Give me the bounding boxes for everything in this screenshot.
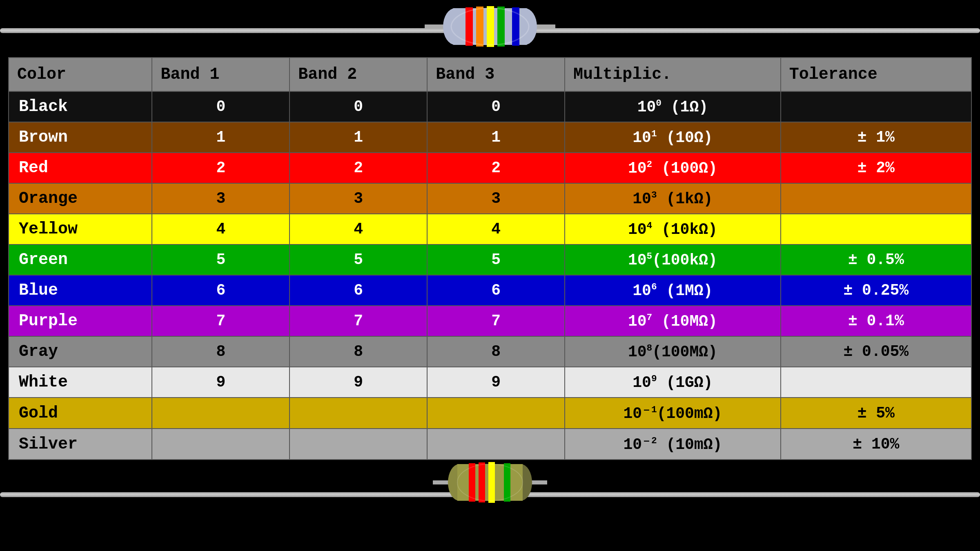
table-row: Blue666106 (1MΩ)± 0.25% (9, 275, 971, 306)
cell-4: 109 (1GΩ) (565, 367, 781, 398)
cell-4: 10⁻1(100mΩ) (565, 398, 781, 429)
cell-1: 2 (152, 153, 290, 183)
resistor-bottom (433, 456, 547, 509)
table-row: Orange333103 (1kΩ) (9, 183, 971, 214)
cell-2: 6 (290, 275, 427, 306)
cell-5: ± 5% (781, 398, 971, 429)
cell-1: 6 (152, 275, 290, 306)
cell-2 (290, 429, 427, 460)
table-row: Green555105(100kΩ)± 0.5% (9, 244, 971, 275)
cell-5 (781, 367, 971, 398)
svg-rect-8 (497, 7, 505, 47)
cell-5 (781, 183, 971, 214)
cell-2: 9 (290, 367, 427, 398)
cell-5: ± 0.25% (781, 275, 971, 306)
cell-2: 8 (290, 336, 427, 367)
cell-2: 0 (290, 91, 427, 122)
svg-rect-17 (479, 462, 485, 502)
cell-1: 9 (152, 367, 290, 398)
cell-5: ± 0.05% (781, 336, 971, 367)
cell-5: ± 1% (781, 122, 971, 153)
table-row: Black000100 (1Ω) (9, 91, 971, 122)
cell-3: 0 (427, 91, 565, 122)
cell-0: Blue (9, 275, 152, 306)
cell-3 (427, 429, 565, 460)
cell-3: 5 (427, 244, 565, 275)
cell-4: 107 (10MΩ) (565, 306, 781, 336)
cell-4: 100 (1Ω) (565, 91, 781, 122)
cell-2: 4 (290, 214, 427, 244)
cell-0: Green (9, 244, 152, 275)
wire-top (0, 4, 980, 57)
cell-3 (427, 398, 565, 429)
cell-4: 105(100kΩ) (565, 244, 781, 275)
table-row: Gold10⁻1(100mΩ)± 5% (9, 398, 971, 429)
header-color: Color (9, 58, 152, 91)
cell-1: 7 (152, 306, 290, 336)
cell-1: 5 (152, 244, 290, 275)
cell-0: Brown (9, 122, 152, 153)
cell-5 (781, 91, 971, 122)
cell-3: 7 (427, 306, 565, 336)
header-mult: Multiplic. (565, 58, 781, 91)
svg-rect-19 (504, 463, 510, 502)
cell-3: 8 (427, 336, 565, 367)
cell-1: 1 (152, 122, 290, 153)
cell-0: Purple (9, 306, 152, 336)
cell-3: 9 (427, 367, 565, 398)
resistor-top (425, 0, 555, 53)
wire-bottom (0, 464, 980, 525)
cell-1: 8 (152, 336, 290, 367)
cell-4: 108(100MΩ) (565, 336, 781, 367)
cell-2: 1 (290, 122, 427, 153)
table-row: Brown111101 (10Ω)± 1% (9, 122, 971, 153)
svg-rect-5 (466, 7, 473, 46)
cell-4: 102 (100Ω) (565, 153, 781, 183)
cell-2: 7 (290, 306, 427, 336)
cell-1 (152, 429, 290, 460)
cell-1 (152, 398, 290, 429)
table-row: White999109 (1GΩ) (9, 367, 971, 398)
page: Color Band 1 Band 2 Band 3 Multiplic. To… (0, 0, 980, 551)
table-row: Gray888108(100MΩ)± 0.05% (9, 336, 971, 367)
table-row: Red222102 (100Ω)± 2% (9, 153, 971, 183)
cell-2: 5 (290, 244, 427, 275)
cell-3: 2 (427, 153, 565, 183)
cell-2: 3 (290, 183, 427, 214)
table-row: Purple777107 (10MΩ)± 0.1% (9, 306, 971, 336)
svg-rect-18 (488, 462, 495, 503)
cell-4: 10⁻2 (10mΩ) (565, 429, 781, 460)
cell-4: 104 (10kΩ) (565, 214, 781, 244)
table-header: Color Band 1 Band 2 Band 3 Multiplic. To… (9, 58, 971, 91)
cell-0: Silver (9, 429, 152, 460)
header-tol: Tolerance (781, 58, 971, 91)
cell-1: 3 (152, 183, 290, 214)
cell-3: 1 (427, 122, 565, 153)
cell-5: ± 0.1% (781, 306, 971, 336)
cell-5: ± 0.5% (781, 244, 971, 275)
cell-3: 6 (427, 275, 565, 306)
header-band3: Band 3 (427, 58, 565, 91)
cell-3: 4 (427, 214, 565, 244)
svg-rect-7 (487, 6, 494, 47)
cell-5: ± 2% (781, 153, 971, 183)
cell-4: 101 (10Ω) (565, 122, 781, 153)
cell-0: Gray (9, 336, 152, 367)
header-band2: Band 2 (290, 58, 427, 91)
header-band1: Band 1 (152, 58, 290, 91)
cell-0: Yellow (9, 214, 152, 244)
svg-rect-6 (476, 7, 483, 47)
color-table: Color Band 1 Band 2 Band 3 Multiplic. To… (8, 57, 972, 460)
cell-0: White (9, 367, 152, 398)
cell-1: 0 (152, 91, 290, 122)
cell-0: Black (9, 91, 152, 122)
cell-4: 106 (1MΩ) (565, 275, 781, 306)
cell-4: 103 (1kΩ) (565, 183, 781, 214)
cell-2: 2 (290, 153, 427, 183)
cell-5 (781, 214, 971, 244)
cell-3: 3 (427, 183, 565, 214)
cell-0: Orange (9, 183, 152, 214)
cell-2 (290, 398, 427, 429)
cell-0: Red (9, 153, 152, 183)
cell-1: 4 (152, 214, 290, 244)
